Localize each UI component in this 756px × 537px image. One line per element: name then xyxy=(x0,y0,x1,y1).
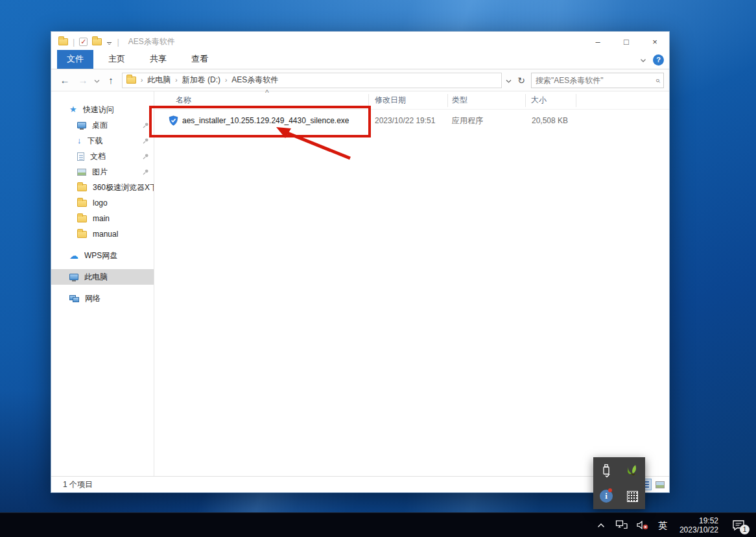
location-folder-icon xyxy=(126,77,136,84)
forward-button[interactable]: → xyxy=(76,75,90,86)
column-headers: ^ 名称 修改日期 类型 大小 xyxy=(154,91,669,110)
recent-locations-chevron-icon[interactable] xyxy=(94,75,100,86)
item-count: 1 个项目 xyxy=(63,479,93,490)
this-pc-icon xyxy=(69,274,78,280)
clock[interactable]: 19:52 2023/10/22 xyxy=(676,516,722,534)
search-box[interactable]: ⌕ xyxy=(531,73,664,88)
separator: | xyxy=(117,37,119,47)
pin-icon xyxy=(143,152,149,161)
safely-remove-hardware-tray-icon[interactable] xyxy=(593,457,619,483)
clock-date: 2023/10/22 xyxy=(679,525,718,534)
thumbnail-view-button[interactable] xyxy=(653,479,667,490)
ribbon-right-controls: ? xyxy=(640,54,664,66)
grid-tray-icon[interactable] xyxy=(619,483,645,509)
documents-icon xyxy=(77,152,84,161)
status-bar: 1 个项目 xyxy=(51,476,669,492)
folder-icon xyxy=(77,184,87,191)
column-header-date[interactable]: 修改日期 xyxy=(369,94,448,107)
ribbon-tabs: 文件 主页 共享 查看 ? xyxy=(51,51,669,69)
shield-exe-icon xyxy=(169,115,178,126)
properties-icon[interactable]: ✓ xyxy=(79,38,88,46)
crumb-separator-icon: › xyxy=(141,77,143,84)
crumb-separator-icon: › xyxy=(175,77,177,84)
minimize-button[interactable]: – xyxy=(584,32,612,51)
sidebar-item-documents[interactable]: 文档 xyxy=(51,149,154,164)
close-button[interactable]: × xyxy=(641,32,669,51)
file-date-cell: 2023/10/22 19:51 xyxy=(369,116,448,125)
address-dropdown-chevron-icon[interactable] xyxy=(506,75,512,86)
breadcrumb-drive-d[interactable]: 新加卷 (D:) xyxy=(182,75,220,86)
downloads-icon: ↓ xyxy=(77,137,82,145)
show-hidden-icons-chevron-icon[interactable] xyxy=(594,518,608,533)
caption-buttons: – □ × xyxy=(584,32,669,51)
sort-ascending-icon: ^ xyxy=(265,88,269,97)
sidebar-item-quick-access[interactable]: ★ 快速访问 xyxy=(51,102,154,117)
up-button[interactable]: ↑ xyxy=(104,75,118,86)
titlebar: | ✓ | AES杀毒软件 – □ × xyxy=(51,32,669,51)
folder-icon xyxy=(77,215,87,222)
sidebar-gap xyxy=(51,242,154,248)
pin-icon xyxy=(143,121,149,130)
sidebar-item-this-pc[interactable]: 此电脑 xyxy=(51,269,154,285)
search-input[interactable] xyxy=(536,76,655,85)
file-row[interactable]: aes_installer_10.255.129.249_4430_silenc… xyxy=(154,111,669,130)
taskbar: 英 19:52 2023/10/22 1 xyxy=(0,512,756,537)
tab-view[interactable]: 查看 xyxy=(182,50,218,69)
sidebar-item-360-download[interactable]: 360极速浏览器X下载 xyxy=(51,180,154,195)
sidebar-item-downloads[interactable]: ↓ 下载 xyxy=(51,133,154,149)
maximize-button[interactable]: □ xyxy=(612,32,641,51)
clock-time: 19:52 xyxy=(679,516,718,525)
sidebar-item-wps-cloud[interactable]: ☁ WPS网盘 xyxy=(51,248,154,263)
explorer-window: | ✓ | AES杀毒软件 – □ × 文件 主页 共享 查看 ? ← xyxy=(51,31,670,493)
sidebar-item-main[interactable]: main xyxy=(51,211,154,226)
customize-qat-chevron-icon[interactable] xyxy=(106,36,112,47)
address-bar[interactable]: › 此电脑 › 新加卷 (D:) › AES杀毒软件 xyxy=(122,73,502,88)
new-folder-icon[interactable] xyxy=(92,38,102,45)
refresh-button[interactable]: ↻ xyxy=(515,75,527,86)
sidebar-item-manual[interactable]: manual xyxy=(51,226,154,242)
separator: | xyxy=(73,37,75,47)
help-button[interactable]: ? xyxy=(653,54,664,66)
file-type-cell: 应用程序 xyxy=(448,115,526,126)
network-tray-icon[interactable] xyxy=(615,518,629,533)
volume-muted-tray-icon[interactable] xyxy=(635,518,650,533)
ime-language-indicator[interactable]: 英 xyxy=(656,518,669,533)
sidebar-item-pictures[interactable]: 图片 xyxy=(51,164,154,180)
file-list-pane: ^ 名称 修改日期 类型 大小 xyxy=(154,91,669,476)
address-row: ← → ↑ › 此电脑 › 新加卷 (D:) › AES杀毒软件 ↻ ⌕ xyxy=(51,69,669,91)
pin-icon xyxy=(143,137,149,146)
quick-access-star-icon: ★ xyxy=(69,106,77,113)
column-header-type[interactable]: 类型 xyxy=(448,94,526,107)
back-button[interactable]: ← xyxy=(58,75,72,86)
window-body: ★ 快速访问 桌面 ↓ 下载 文档 图片 xyxy=(51,91,669,476)
thumbnail-view-icon xyxy=(656,481,665,488)
navigation-pane: ★ 快速访问 桌面 ↓ 下载 文档 图片 xyxy=(51,91,154,476)
folder-icon xyxy=(77,231,87,238)
network-icon xyxy=(69,295,79,302)
sidebar-gap xyxy=(51,285,154,291)
action-center-button[interactable]: 1 xyxy=(729,517,748,534)
column-header-size[interactable]: 大小 xyxy=(526,94,576,107)
tab-file[interactable]: 文件 xyxy=(57,50,93,69)
tab-share[interactable]: 共享 xyxy=(140,50,176,69)
pictures-icon xyxy=(77,169,86,176)
file-name-cell[interactable]: aes_installer_10.255.129.249_4430_silenc… xyxy=(161,115,369,126)
sidebar-item-desktop[interactable]: 桌面 xyxy=(51,117,154,133)
expand-ribbon-chevron-icon[interactable] xyxy=(640,54,646,66)
breadcrumb-this-pc[interactable]: 此电脑 xyxy=(147,75,171,86)
file-size-cell: 20,508 KB xyxy=(526,116,576,125)
sidebar-item-logo[interactable]: logo xyxy=(51,195,154,211)
sidebar-item-network[interactable]: 网络 xyxy=(51,291,154,306)
folder-icon xyxy=(77,200,87,207)
breadcrumb-current-folder[interactable]: AES杀毒软件 xyxy=(231,75,278,86)
search-icon: ⌕ xyxy=(652,78,662,82)
tab-home[interactable]: 主页 xyxy=(99,50,135,69)
window-folder-icon xyxy=(58,38,68,45)
window-title: AES杀毒软件 xyxy=(128,36,175,47)
cloud-icon: ☁ xyxy=(69,252,78,259)
crumb-separator-icon: › xyxy=(225,77,227,84)
column-header-name[interactable]: ^ 名称 xyxy=(161,94,369,107)
quick-access-toolbar: | ✓ | AES杀毒软件 xyxy=(51,36,175,47)
app-tray-icon[interactable] xyxy=(619,457,645,483)
info-tray-icon[interactable]: i xyxy=(593,483,619,509)
